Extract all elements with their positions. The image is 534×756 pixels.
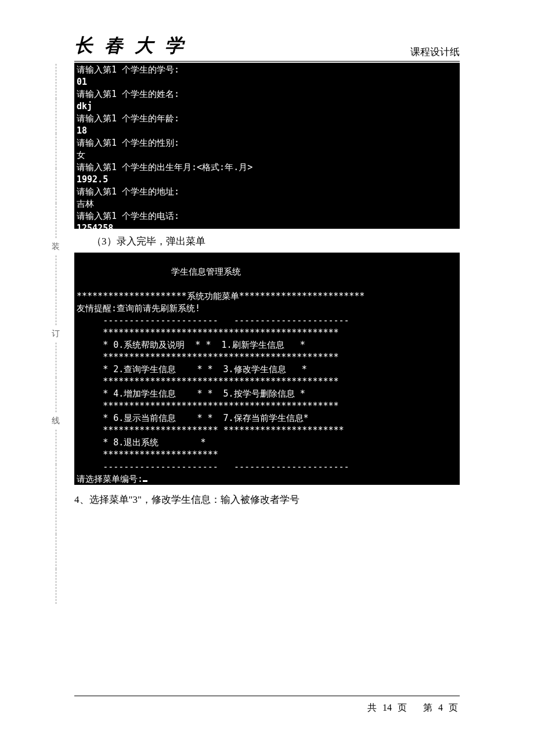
- footer-total-pages: 14: [383, 703, 392, 712]
- footer-page-unit: 页: [398, 703, 407, 712]
- page-header: 长 春 大 学 课程设计纸: [74, 33, 460, 62]
- document-type-label: 课程设计纸: [410, 45, 460, 59]
- footer-current-page: 4: [438, 703, 443, 712]
- content-area: 请输入第1 个学生的学号: 01 请输入第1 个学生的姓名: dkj 请输入第1…: [74, 63, 460, 511]
- binding-margin: 装 订 线: [51, 64, 60, 604]
- footer-total-label: 共: [367, 703, 377, 712]
- footer-current-label: 第: [423, 703, 432, 712]
- binding-char: 装: [51, 242, 60, 252]
- terminal-input-screenshot: 请输入第1 个学生的学号: 01 请输入第1 个学生的姓名: dkj 请输入第1…: [74, 63, 460, 229]
- cursor-icon: [143, 480, 147, 482]
- university-logo: 长 春 大 学: [74, 33, 187, 59]
- caption-step3: （3）录入完毕，弹出菜单: [92, 235, 460, 248]
- page-footer: 共 14 页 第 4 页: [74, 696, 460, 714]
- binding-char: 订: [51, 329, 60, 339]
- binding-char: 线: [51, 416, 60, 426]
- footer-page-unit: 页: [449, 703, 458, 712]
- caption-step4: 4、选择菜单"3"，修改学生信息：输入被修改者学号: [74, 493, 460, 506]
- terminal-menu-screenshot: 学生信息管理系统 *********************系统功能菜单****…: [74, 253, 460, 485]
